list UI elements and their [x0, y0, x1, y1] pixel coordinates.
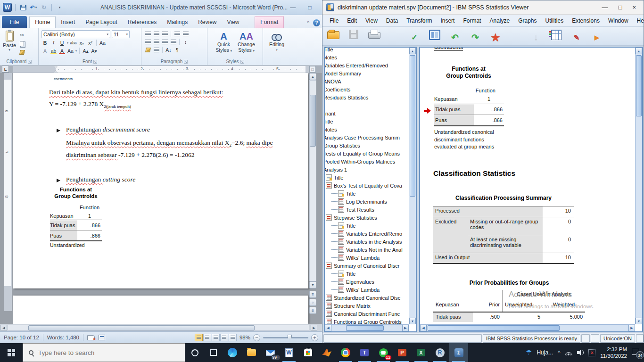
tab-view[interactable]: View: [222, 16, 245, 28]
output-canvas[interactable]: coefficients Functions at Group Centroid…: [420, 48, 635, 324]
outline-item[interactable]: Eigenvalues: [325, 278, 409, 286]
menu-utilities[interactable]: Utilities: [541, 16, 568, 26]
outline-item[interactable]: Title: [325, 173, 409, 181]
word-app-icon[interactable]: W: [3, 3, 12, 12]
print-preview-button[interactable]: [385, 28, 403, 44]
proofing-errors-icon[interactable]: [87, 335, 95, 340]
font-name-select[interactable]: Calibri (Body)▾: [41, 30, 110, 38]
outline-item[interactable]: Stepwise Statistics: [325, 214, 409, 222]
scroll-down-button[interactable]: ▼: [636, 318, 642, 324]
menu-transform[interactable]: Transform: [402, 16, 436, 26]
grow-font-button[interactable]: A▴: [82, 47, 89, 54]
quick-styles-button[interactable]: A Quick Styles ▾: [214, 29, 234, 54]
clipboard-dialog-launcher[interactable]: ↘: [28, 60, 32, 64]
scroll-up-button[interactable]: ▲: [636, 48, 642, 54]
minimize-button[interactable]: —: [288, 4, 298, 11]
matlab-icon[interactable]: [317, 343, 336, 362]
outline-item[interactable]: Standardized Canonical Disc: [325, 294, 409, 302]
sort-button[interactable]: A↓: [165, 46, 172, 53]
menu-edit[interactable]: Edit: [343, 16, 361, 26]
tab-file[interactable]: File: [2, 16, 27, 28]
minimize-button[interactable]: —: [602, 4, 608, 11]
zoom-level[interactable]: 98%: [239, 335, 250, 340]
wifi-icon[interactable]: [565, 350, 572, 355]
multilevel-list-button[interactable]: [161, 30, 168, 37]
change-styles-button[interactable]: AA Change Styles ▾: [236, 29, 257, 54]
scroll-down-button[interactable]: ▼: [409, 318, 416, 324]
start-button[interactable]: [0, 343, 23, 362]
outline-item[interactable]: [325, 101, 409, 109]
scroll-left-button[interactable]: ◀: [420, 325, 427, 331]
word-count[interactable]: Words: 1,480: [47, 335, 79, 340]
document-page[interactable]: coefficients Dari table di atas, dapat k…: [13, 73, 308, 288]
full-screen-reading-button[interactable]: [203, 334, 211, 341]
repeat-button[interactable]: ↻: [40, 3, 48, 12]
outline-item[interactable]: Variables Not in the Anal: [325, 246, 409, 254]
tab-mailings[interactable]: Mailings: [162, 16, 193, 28]
menu-format[interactable]: Format: [459, 16, 485, 26]
bold-button[interactable]: B: [41, 39, 49, 46]
outline-item[interactable]: Variables Entered/Removed: [325, 61, 409, 69]
scroll-right-button[interactable]: ▶: [628, 325, 635, 331]
edge-icon[interactable]: [223, 343, 242, 362]
previous-page-button[interactable]: ⇈: [309, 291, 316, 298]
scroll-right-button[interactable]: ▶: [311, 325, 317, 331]
help-button[interactable]: ?: [313, 19, 320, 26]
outline-item[interactable]: Group Statistics: [325, 141, 409, 149]
goto-case-button[interactable]: ★: [487, 28, 504, 44]
chrome-icon[interactable]: [336, 343, 355, 362]
outline-item[interactable]: Pooled Within-Groups Matrices: [325, 157, 409, 165]
scroll-up-button[interactable]: ▲: [409, 48, 416, 54]
page-indicator[interactable]: Page: 10 of 12: [4, 335, 39, 340]
outline-item[interactable]: Analysis Case Processing Summ: [325, 133, 409, 141]
format-painter-button[interactable]: [18, 49, 26, 56]
zoom-in-button[interactable]: +: [311, 334, 318, 341]
subscript-button[interactable]: x₂: [78, 39, 85, 46]
input-indicator-icon[interactable]: ×: [588, 349, 595, 356]
highlight-color-button[interactable]: ab: [50, 47, 57, 54]
underline-button[interactable]: U: [58, 39, 66, 46]
output-vertical-scrollbar[interactable]: ▲ ▼: [635, 48, 642, 324]
scrollbar-thumb[interactable]: [410, 55, 415, 197]
next-page-button[interactable]: ⇊: [309, 307, 316, 314]
teams-icon[interactable]: T: [355, 343, 374, 362]
outline-item[interactable]: Title: [325, 222, 409, 230]
horizontal-ruler[interactable]: L 1 2 3 4 5 □: [0, 66, 322, 73]
word-icon[interactable]: W: [280, 343, 298, 362]
outline-vertical-scrollbar[interactable]: ▲ ▼: [409, 48, 416, 324]
save-button[interactable]: [345, 28, 363, 44]
outline-item[interactable]: Title: [325, 189, 409, 197]
redo-button[interactable]: ↷: [466, 28, 484, 44]
outline-item[interactable]: Canonical Discriminant Func: [325, 310, 409, 318]
tab-insert[interactable]: Insert: [56, 16, 80, 28]
menu-window[interactable]: Window: [604, 16, 633, 26]
tab-references[interactable]: References: [123, 16, 162, 28]
justify-button[interactable]: [170, 38, 177, 45]
menu-file[interactable]: File: [325, 16, 343, 26]
select-last-output-button[interactable]: [608, 28, 626, 44]
recall-dialog-button[interactable]: [426, 28, 444, 44]
cortana-icon[interactable]: [185, 343, 204, 362]
search-input[interactable]: [38, 349, 179, 356]
menu-extensions[interactable]: Extensions: [568, 16, 604, 26]
paste-button[interactable]: Paste ▾: [1, 29, 18, 56]
outline-item[interactable]: Residuals Statistics: [325, 93, 409, 101]
maximize-button[interactable]: □: [305, 4, 315, 11]
excel-icon[interactable]: X: [412, 343, 430, 362]
weather-icon[interactable]: ☂: [526, 348, 532, 357]
weather-text[interactable]: Huja...: [537, 349, 553, 356]
scroll-up-button[interactable]: ▲: [309, 73, 316, 80]
outline-item[interactable]: Coefficients: [325, 85, 409, 93]
file-explorer-icon[interactable]: [242, 343, 261, 362]
outline-item[interactable]: Wilks' Lambda: [325, 254, 409, 262]
styles-dialog-launcher[interactable]: ↘: [240, 60, 244, 64]
outline-view-button[interactable]: [220, 334, 228, 341]
align-left-button[interactable]: [144, 38, 151, 45]
whatsapp-icon[interactable]: ☎ 12: [374, 343, 393, 362]
editing-button[interactable]: Editing ▾: [266, 29, 287, 53]
save-quick-button[interactable]: [19, 3, 27, 12]
zoom-slider-thumb[interactable]: [288, 335, 292, 340]
powerpoint-icon[interactable]: P: [393, 343, 412, 362]
undo-button[interactable]: ↶: [446, 28, 464, 44]
zoom-slider[interactable]: [263, 337, 308, 338]
